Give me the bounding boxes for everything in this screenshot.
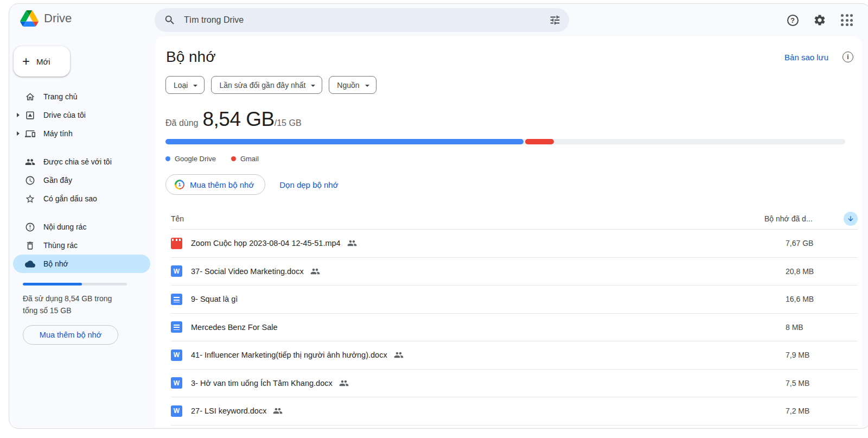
cloud-icon <box>24 258 35 269</box>
shared-people-icon <box>339 378 349 388</box>
storage-usage-bar <box>165 139 845 144</box>
file-size: 16,6 MB <box>786 295 858 303</box>
sidebar-item-label: Nội dung rác <box>43 223 86 231</box>
sidebar-storage-progress-fill <box>23 283 82 285</box>
file-name: 37- Social Video Marketing.docx <box>191 267 304 276</box>
clean-storage-link[interactable]: Dọn dẹp bộ nhớ <box>279 180 338 189</box>
file-size: 20,8 MB <box>786 267 858 276</box>
advanced-search-tune-icon[interactable] <box>548 14 561 27</box>
word-file-icon <box>171 405 182 417</box>
shared-people-icon <box>24 156 35 167</box>
top-right-icons: ? <box>786 14 853 27</box>
sidebar-storage-progressbar <box>23 283 127 285</box>
filter-chips: Loại Lần sửa đổi gần đây nhất Nguồn <box>165 76 862 94</box>
chevron-down-icon <box>311 85 315 87</box>
file-size: 7,9 MB <box>786 351 858 359</box>
usage-total-value: /15 GB <box>275 118 302 128</box>
shared-people-icon <box>394 350 404 360</box>
table-row[interactable]: 37- Social Video Marketing.docx 20,8 MB <box>171 258 858 286</box>
filter-chip-modified[interactable]: Lần sửa đổi gần đây nhất <box>211 76 322 94</box>
new-button-label: Mới <box>36 57 50 66</box>
clock-icon <box>24 175 35 186</box>
sidebar-item-my-drive[interactable]: Drive của tôi <box>13 106 150 124</box>
google-doc-icon <box>171 321 182 333</box>
new-button[interactable]: + Mới <box>14 46 70 77</box>
sidebar-item-label: Drive của tôi <box>43 111 86 119</box>
google-doc-icon <box>171 294 182 305</box>
buy-storage-button[interactable]: 1 Mua thêm bộ nhớ <box>165 174 265 195</box>
table-row[interactable]: 27- LSI keyword.docx 7,2 MB <box>171 397 858 426</box>
sidebar-item-trash[interactable]: Thùng rác <box>13 236 150 255</box>
chip-label: Lần sửa đổi gần đây nhất <box>219 81 305 90</box>
spam-exclamation-icon <box>24 221 35 232</box>
legend-item-gmail: Gmail <box>231 155 259 163</box>
sidebar-buy-storage-button[interactable]: Mua thêm bộ nhớ <box>23 325 118 345</box>
usage-bar-drive-segment <box>165 139 524 144</box>
usage-used-value: 8,54 GB <box>203 108 275 131</box>
drive-logo-icon <box>20 10 39 27</box>
table-row[interactable]: 3- Hở van tim uống Ích Tâm Khang.docx 7,… <box>171 370 858 398</box>
word-file-icon <box>171 350 182 361</box>
sidebar-item-starred[interactable]: Có gắn dấu sao <box>13 189 150 208</box>
file-name: Mercedes Benz For Sale <box>191 323 278 332</box>
table-row[interactable]: Mercedes Benz For Sale 8 MB <box>171 314 858 342</box>
buy-storage-label: Mua thêm bộ nhớ <box>190 180 254 189</box>
main-panel: Bộ nhớ Bản sao lưu i Loại Lần sửa đổi gầ… <box>155 36 862 428</box>
legend-item-drive: Google Drive <box>165 155 216 163</box>
chip-label: Loại <box>174 81 188 90</box>
shared-people-icon <box>273 406 283 416</box>
storage-usage-summary: Đã dùng 8,54 GB /15 GB <box>165 108 862 131</box>
plus-icon: + <box>22 55 30 67</box>
chip-label: Nguồn <box>337 81 359 90</box>
files-table: Tên Bộ nhớ đã d... Zoom Cuộc họp 2023-08… <box>171 208 858 426</box>
info-icon[interactable]: i <box>843 52 853 62</box>
filter-chip-type[interactable]: Loại <box>165 76 205 94</box>
storage-actions: 1 Mua thêm bộ nhớ Dọn dẹp bộ nhớ <box>165 174 862 195</box>
top-bar: Drive Tìm trong Drive ? <box>9 4 868 36</box>
filter-chip-source[interactable]: Nguồn <box>329 76 376 94</box>
file-size: 7,5 MB <box>786 379 858 388</box>
drive-app-window: Drive Tìm trong Drive ? + <box>9 3 868 429</box>
app-name: Drive <box>44 11 72 26</box>
help-icon[interactable]: ? <box>786 14 799 27</box>
video-file-icon <box>171 238 182 249</box>
file-name: 3- Hở van tim uống Ích Tâm Khang.docx <box>191 379 333 388</box>
column-header-name[interactable]: Tên <box>171 214 764 223</box>
search-input[interactable]: Tìm trong Drive <box>184 15 548 25</box>
sort-direction-button[interactable] <box>844 212 858 226</box>
file-name: 9- Squat là gì <box>191 295 238 303</box>
drive-logo-area[interactable]: Drive <box>20 10 72 27</box>
sidebar-item-computers[interactable]: Máy tính <box>13 124 150 143</box>
sidebar-item-spam[interactable]: Nội dung rác <box>13 218 150 236</box>
backups-link[interactable]: Bản sao lưu <box>784 53 828 62</box>
gear-icon[interactable] <box>813 14 826 27</box>
star-icon <box>24 193 35 204</box>
sidebar-item-label: Gần đây <box>43 176 72 185</box>
table-row[interactable]: 9- Squat là gì 16,6 MB <box>171 285 858 314</box>
expand-caret-icon[interactable] <box>17 113 20 117</box>
search-icon[interactable] <box>163 14 176 27</box>
sidebar-item-storage[interactable]: Bộ nhớ <box>13 255 150 273</box>
file-size: 7,67 GB <box>786 239 858 247</box>
table-header: Tên Bộ nhớ đã d... <box>171 208 858 230</box>
sidebar-item-label: Có gắn dấu sao <box>43 194 97 203</box>
legend-label: Gmail <box>240 155 259 163</box>
sidebar-item-shared-with-me[interactable]: Được chia sẻ với tôi <box>13 153 150 171</box>
table-row[interactable]: 41- Influencer Marketing(tiếp thị người … <box>171 341 858 370</box>
computers-icon <box>24 128 35 139</box>
arrow-down-icon <box>847 214 854 223</box>
sidebar-item-home[interactable]: Trang chủ <box>13 87 150 106</box>
sidebar-item-label: Được chia sẻ với tôi <box>43 157 112 166</box>
usage-prefix: Đã dùng <box>165 118 199 128</box>
apps-grid-icon[interactable] <box>840 14 853 27</box>
search-bar[interactable]: Tìm trong Drive <box>155 8 569 32</box>
file-size: 7,2 MB <box>786 407 858 415</box>
sidebar: + Mới Trang chủ Drive của tôi <box>9 36 155 428</box>
table-row[interactable]: Zoom Cuộc họp 2023-08-04 12-45-51.mp4 7,… <box>171 230 858 258</box>
sidebar-item-recent[interactable]: Gần đây <box>13 171 150 189</box>
expand-caret-icon[interactable] <box>17 131 20 136</box>
usage-bar-gmail-segment <box>525 139 554 144</box>
column-header-storage[interactable]: Bộ nhớ đã d... <box>764 214 844 223</box>
google-one-icon: 1 <box>175 180 184 189</box>
sidebar-item-label: Máy tính <box>43 129 73 138</box>
